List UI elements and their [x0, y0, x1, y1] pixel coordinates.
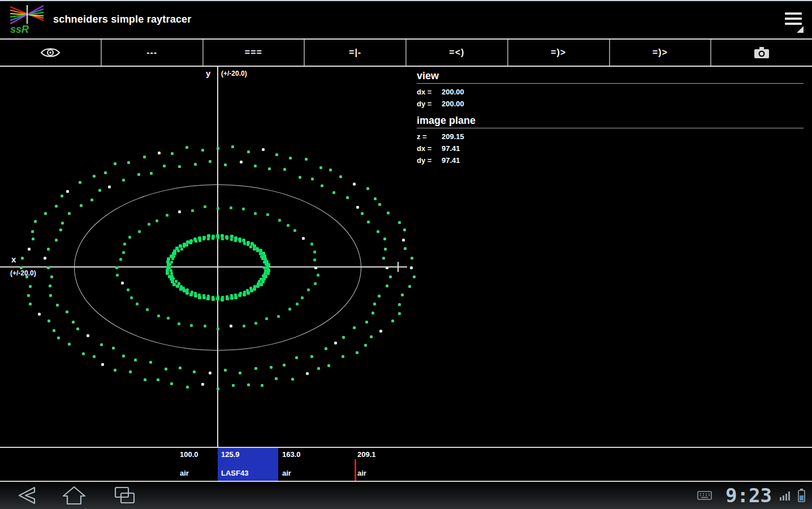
spot-dot [287, 224, 290, 227]
spot-dot [221, 296, 224, 299]
spot-dot [339, 175, 342, 178]
spot-dot [413, 275, 416, 278]
toolbar-button-3[interactable]: =|- [305, 40, 407, 66]
spot-dot [268, 167, 271, 170]
spot-dot [305, 158, 308, 161]
surface-position: 209.1 [357, 450, 376, 459]
spot-dot [128, 236, 131, 239]
spot-dot [29, 285, 32, 288]
spot-dot [264, 269, 267, 272]
surface-medium: air [180, 469, 189, 477]
toolbar-button-5[interactable]: =)> [508, 40, 610, 66]
toolbar-button-1[interactable]: --- [102, 40, 204, 66]
spot-dot [178, 282, 180, 285]
spot-dot [311, 178, 314, 180]
surface-medium: LASF43 [221, 469, 248, 477]
spot-dot [403, 228, 406, 231]
spot-dot [55, 205, 58, 208]
spot-dot [108, 186, 111, 188]
recent-apps-button[interactable] [111, 485, 139, 506]
spot-dot [169, 263, 171, 266]
spot-dot [253, 285, 256, 288]
spot-dot [346, 196, 349, 199]
spot-dot [179, 366, 182, 369]
eye-icon [40, 46, 61, 59]
spot-dot [313, 251, 316, 253]
info-row-value: 209.15 [442, 131, 464, 143]
info-row-label: z = [417, 131, 442, 143]
spot-dot [278, 219, 281, 222]
spot-dot [194, 292, 197, 295]
spot-dot [170, 261, 173, 264]
status-cluster[interactable]: 9:23 [697, 482, 805, 509]
spot-dot [230, 325, 232, 327]
spot-dot [190, 324, 193, 327]
back-button[interactable] [12, 485, 41, 506]
spot-dot [171, 152, 174, 155]
spot-dot [198, 239, 201, 242]
toolbar-button-eye[interactable] [0, 40, 102, 66]
spot-dot [217, 295, 219, 298]
spot-dot [243, 325, 245, 327]
spot-dot [104, 171, 107, 174]
spot-dot [262, 274, 265, 277]
spot-dot [49, 294, 52, 297]
spot-dot [293, 229, 296, 232]
toolbar-button-camera[interactable] [711, 40, 812, 66]
spot-dot [234, 239, 237, 242]
spot-dot [231, 145, 234, 148]
spot-dot [186, 240, 189, 244]
spot-dot [366, 187, 369, 190]
spot-dot [391, 320, 394, 322]
spot-dot [257, 282, 260, 285]
info-row-value: 97.41 [442, 154, 460, 166]
tool-button-label: --- [146, 48, 157, 58]
spot-dot [329, 169, 332, 171]
spot-dot [134, 359, 137, 361]
spot-dot [372, 312, 374, 314]
spot-dot [307, 288, 310, 291]
spot-dot [317, 274, 319, 277]
spot-dot [87, 334, 89, 337]
toolbar-button-4[interactable]: =<) [407, 40, 508, 66]
spot-dot [178, 165, 181, 168]
spot-dot [127, 288, 129, 291]
spot-dot [321, 184, 323, 187]
plot-canvas[interactable]: y (+/-20.0) x (+/-20.0) view dx = 200.00… [0, 67, 812, 447]
menu-button[interactable] [785, 12, 802, 25]
spot-dot [232, 384, 235, 387]
spot-dot [262, 148, 265, 151]
lens-layout-strip[interactable]: 100.0 air 125.9 LASF43 163.0 air 209.1 a… [0, 447, 812, 482]
info-row-value: 200.00 [442, 86, 464, 98]
toolbar-button-2[interactable]: === [204, 40, 305, 66]
spot-dot [61, 222, 64, 225]
tool-button-label: =)> [551, 48, 566, 58]
spot-dot [93, 355, 96, 358]
spot-dot [325, 347, 327, 350]
spot-dot [166, 214, 169, 217]
spot-dot [38, 313, 41, 316]
spot-dot [402, 239, 405, 241]
spot-dot [143, 156, 146, 158]
info-row: dy = 97.41 [417, 154, 804, 166]
spot-dot [226, 295, 228, 298]
spot-dot [201, 149, 204, 152]
spot-dot [239, 240, 241, 243]
spot-dot [254, 367, 257, 370]
surface-position: 125.9 [221, 450, 240, 459]
spot-dot [177, 249, 180, 252]
spot-dot [217, 236, 219, 239]
info-row-label: dx = [417, 86, 442, 98]
spot-dot [261, 384, 264, 387]
spot-dot [239, 372, 241, 374]
spot-dot [217, 327, 219, 330]
spot-dot [195, 240, 197, 243]
spot-dot [230, 238, 233, 241]
home-button[interactable] [60, 485, 88, 506]
spot-dot [178, 210, 181, 213]
toolbar-button-6[interactable]: =)> [610, 40, 712, 66]
keyboard-icon [697, 491, 712, 500]
spot-dot [367, 221, 370, 223]
spot-dot [291, 378, 294, 381]
spot-dot [306, 372, 309, 375]
